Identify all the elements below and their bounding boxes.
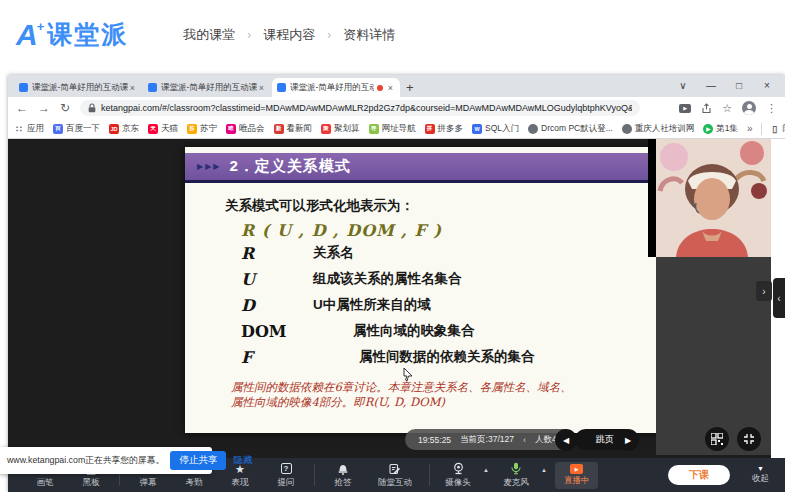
definition-row: U 组成该关系的属性名集合	[241, 266, 662, 292]
minimize-button[interactable]: —	[697, 80, 725, 91]
toolbar-label: 黑板	[83, 477, 100, 489]
news-favicon: 新	[274, 124, 284, 134]
tab-search-chevron-icon[interactable]: ∨	[669, 80, 697, 91]
exit-fullscreen-button[interactable]	[737, 427, 761, 451]
browser-tab-2[interactable]: 课堂派-简单好用的互动课堂管理 ×	[143, 78, 271, 97]
definition-desc: 属性间数据的依赖关系的集合	[359, 348, 535, 366]
bookmark-vip[interactable]: 唯唯品会	[226, 123, 265, 135]
definition-row: R 关系名	[241, 240, 662, 266]
toolbar-interaction-button[interactable]: 随堂互动	[366, 462, 424, 489]
toolbar-label: 考勤	[186, 477, 203, 489]
breadcrumb-material-detail[interactable]: 资料详情	[343, 26, 395, 44]
next-page-button[interactable]: ▶	[617, 429, 639, 451]
tab-favicon	[19, 83, 28, 92]
end-class-button[interactable]: 下课	[668, 465, 730, 485]
toolbar-mic-button[interactable]: 麦克风	[493, 462, 539, 489]
prev-page-button[interactable]: ◀	[555, 429, 577, 451]
interaction-doc-icon	[389, 462, 401, 476]
ketangpai-logo[interactable]: A + 课堂派	[16, 18, 128, 52]
slide-note-line2: 属性向域的映像4部分。即R(U, D, DOM)	[231, 395, 662, 410]
tab-title: 课堂派-简单好用的互动课堂管理	[161, 82, 257, 94]
back-icon[interactable]: ←	[16, 101, 28, 115]
bookmark-label: 拼多多	[438, 123, 464, 135]
bookmark-apps[interactable]: ∷应用	[14, 123, 44, 135]
browser-tab-1[interactable]: 课堂派-简单好用的互动课堂管理 ×	[14, 78, 142, 97]
share-icon[interactable]	[701, 103, 712, 114]
stop-sharing-button[interactable]: 停止共享	[170, 451, 226, 470]
definition-row: F 属性间数据的依赖关系的集合	[241, 344, 662, 370]
browser-menu-icon[interactable]: ⋮	[766, 102, 777, 115]
question-mark-glyph: ?	[281, 463, 292, 474]
new-tab-button[interactable]: +	[406, 80, 414, 95]
bookmark-cq-training[interactable]: 重庆人社培训网	[622, 123, 695, 135]
pinduoduo-favicon: 拼	[425, 124, 435, 134]
browser-tab-strip: 课堂派-简单好用的互动课堂管理 × 课堂派-简单好用的互动课堂管理 × 课堂派-…	[8, 75, 785, 97]
panel-collapse-handle[interactable]: ‹	[773, 278, 785, 318]
globe-icon	[528, 124, 538, 134]
toolbar-label: 摄像头	[445, 477, 471, 489]
bookmark-star-icon[interactable]: ☆	[722, 102, 732, 115]
collapse-label: 收起	[752, 473, 769, 485]
globe-icon	[622, 124, 632, 134]
qr-code-button[interactable]	[705, 427, 729, 451]
bookmark-label: 重庆人社培训网	[635, 123, 695, 135]
collapse-toolbar-button[interactable]: ▼ 收起	[752, 465, 769, 485]
reading-list-icon: ▯	[770, 124, 780, 134]
bookmarks-overflow-icon[interactable]: »	[747, 123, 753, 134]
live-status-button[interactable]: ▶ 直播中	[555, 462, 599, 489]
breadcrumb-my-classroom[interactable]: 我的课堂	[183, 26, 235, 44]
toolbar-right-icons: ▶ ☆ ⋮	[679, 101, 777, 115]
panel-expand-button[interactable]: ›	[756, 281, 772, 301]
bookmark-label: SQL入门	[485, 123, 519, 135]
toolbar-camera-button[interactable]: 摄像头	[435, 462, 481, 489]
bookmark-juhuasuan[interactable]: 聚聚划算	[321, 123, 360, 135]
tab-close-icon[interactable]: ×	[386, 83, 395, 93]
slide-note-line1: 属性间的数据依赖在6章讨论。本章注意关系名、各属性名、域名、	[231, 380, 662, 395]
definition-term: R	[241, 244, 297, 263]
reading-list-button[interactable]: ▯阅读清单	[770, 123, 785, 135]
bookmark-jd[interactable]: JD京东	[109, 123, 139, 135]
tab-sharing-indicator-icon[interactable]: ▶	[679, 104, 691, 113]
profile-avatar[interactable]	[742, 101, 756, 115]
address-bar[interactable]: ketangpai.com/#/classroom?classtimeid=MD…	[80, 100, 640, 116]
class-status-pill: 19:55:25 当前页:37/127 ‹ 人数46	[405, 429, 574, 450]
camera-icon	[452, 462, 465, 476]
bookmark-nav-site[interactable]: 导网址导航	[369, 123, 416, 135]
bookmark-episode1[interactable]: ▶第1集	[703, 123, 738, 135]
bookmark-baidu[interactable]: 百百度一下	[53, 123, 100, 135]
bookmark-news[interactable]: 新看新闻	[274, 123, 313, 135]
toolbar-label: 麦克风	[503, 477, 529, 489]
window-controls: ∨ — □ ×	[669, 75, 781, 95]
breadcrumb-separator: ›	[247, 28, 251, 42]
maximize-button[interactable]: □	[725, 80, 753, 91]
slide-intro-text: 关系模式可以形式化地表示为：	[225, 197, 662, 215]
toolbar-buzzer-button[interactable]: 抢答	[320, 462, 366, 489]
slide-note: 属性间的数据依赖在6章讨论。本章注意关系名、各属性名、域名、 属性向域的映像4部…	[231, 380, 662, 410]
breadcrumb-course-content[interactable]: 课程内容	[263, 26, 315, 44]
hide-notification-button[interactable]: 隐藏	[233, 454, 252, 467]
title-arrow-icon: ▶	[213, 162, 219, 171]
toolbar-question-button[interactable]: ? 提问	[263, 462, 309, 489]
bookmark-tmall[interactable]: 天天猫	[148, 123, 178, 135]
camera-options-arrow[interactable]: ▲	[483, 467, 489, 473]
play-glyph: ▶	[575, 466, 579, 472]
mic-options-arrow[interactable]: ▲	[541, 467, 547, 473]
definition-desc: 属性向域的映象集合	[353, 322, 475, 340]
logo-text: 课堂派	[47, 18, 128, 51]
bookmark-label: 唯品会	[239, 123, 265, 135]
forward-icon[interactable]: →	[38, 101, 50, 115]
bookmark-sql[interactable]: WSQL入门	[472, 123, 519, 135]
tmall-favicon: 天	[148, 124, 158, 134]
bookmarks-right-group: » ▯阅读清单	[747, 123, 785, 135]
tab-close-icon[interactable]: ×	[257, 83, 266, 93]
bookmark-pinduoduo[interactable]: 拼拼多多	[425, 123, 464, 135]
close-window-button[interactable]: ×	[753, 80, 781, 91]
title-arrow-icon: ▶	[197, 162, 203, 171]
browser-window: 课堂派-简单好用的互动课堂管理 × 课堂派-简单好用的互动课堂管理 × 课堂派-…	[8, 75, 785, 492]
browser-tab-3-active[interactable]: 课堂派-简单好用的互动课堂管理 ×	[272, 78, 400, 97]
bookmark-drcom[interactable]: Drcom PC默认登...	[528, 123, 613, 135]
bookmark-suning[interactable]: 苏苏宁	[187, 123, 217, 135]
reload-icon[interactable]: ↻	[60, 101, 70, 115]
definition-term: U	[241, 270, 297, 289]
tab-close-icon[interactable]: ×	[128, 83, 137, 93]
